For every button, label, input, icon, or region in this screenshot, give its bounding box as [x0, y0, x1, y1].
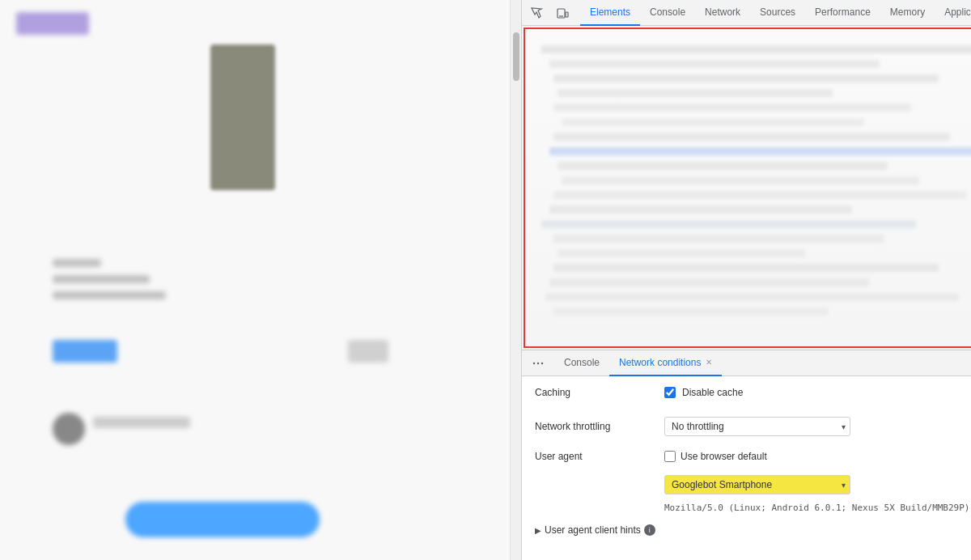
close-network-conditions-tab[interactable]: ✕	[706, 358, 712, 367]
drawer-tab-console[interactable]: Console	[554, 350, 609, 376]
tab-memory[interactable]: Memory	[880, 0, 935, 26]
throttling-row: Network throttling No throttling Fast 3G…	[522, 409, 971, 444]
caching-row: Caching Disable cache	[522, 376, 971, 409]
disable-cache-checkbox[interactable]	[664, 387, 676, 398]
devtools-tab-bar: Elements Console Network Sources Perform…	[580, 0, 971, 26]
disable-cache-label[interactable]: Disable cache	[682, 387, 743, 398]
device-toggle-button[interactable]	[551, 2, 574, 24]
user-agent-select-row: Googlebot Smartphone Googlebot Desktop C…	[522, 469, 971, 501]
devtools-panel: Elements Console Network Sources Perform…	[521, 0, 971, 560]
drawer-tab-bar: Console Network conditions ✕	[522, 350, 971, 376]
user-agent-hints-label: User agent client hints	[545, 524, 641, 536]
caching-control: Disable cache	[664, 387, 971, 398]
svg-point-4	[537, 362, 539, 363]
user-agent-select[interactable]: Googlebot Smartphone Googlebot Desktop C…	[664, 475, 850, 494]
blur-button-1	[53, 340, 117, 363]
blur-avatar	[53, 413, 85, 445]
use-browser-default-checkbox[interactable]	[664, 451, 676, 462]
scrollbar-thumb[interactable]	[513, 32, 519, 81]
inspect-element-button[interactable]	[525, 2, 548, 24]
network-conditions-content: Caching Disable cache Network throttling…	[522, 376, 971, 560]
user-agent-checkbox-control: Use browser default	[664, 451, 971, 462]
user-agent-string-row: Mozilla/5.0 (Linux; Android 6.0.1; Nexus…	[522, 501, 971, 520]
blur-text-3	[53, 291, 166, 299]
bottom-drawer: Console Network conditions ✕ Caching Dis…	[522, 350, 971, 560]
blur-logo	[16, 12, 89, 35]
blur-product-image	[210, 45, 275, 190]
throttling-select[interactable]: No throttling Fast 3G Slow 3G Offline	[664, 417, 850, 436]
hints-expand-arrow[interactable]: ▶	[535, 526, 541, 535]
elements-panel	[524, 28, 971, 348]
devtools-toolbar: Elements Console Network Sources Perform…	[522, 0, 971, 26]
tab-elements[interactable]: Elements	[580, 0, 640, 26]
drawer-tab-network-conditions[interactable]: Network conditions ✕	[609, 350, 722, 376]
tab-network[interactable]: Network	[695, 0, 750, 26]
blur-button-2	[348, 340, 388, 363]
svg-rect-1	[566, 12, 568, 17]
elements-content	[525, 29, 971, 346]
user-agent-row: User agent Use browser default	[522, 444, 971, 469]
svg-point-5	[541, 362, 543, 363]
blurred-website	[0, 0, 510, 560]
throttling-control: No throttling Fast 3G Slow 3G Offline ▾	[664, 417, 971, 436]
blur-name	[93, 417, 190, 428]
user-agent-select-wrapper: Googlebot Smartphone Googlebot Desktop C…	[664, 475, 850, 494]
page-scrollbar[interactable]	[510, 0, 521, 560]
tab-sources[interactable]: Sources	[750, 0, 805, 26]
throttling-label: Network throttling	[535, 421, 664, 432]
hints-info-icon[interactable]: i	[644, 524, 655, 536]
caching-label: Caching	[535, 387, 664, 398]
website-preview	[0, 0, 510, 560]
throttling-select-wrapper: No throttling Fast 3G Slow 3G Offline ▾	[664, 417, 850, 436]
tab-application[interactable]: Application	[935, 0, 971, 26]
blur-text-2	[53, 275, 150, 283]
tab-performance[interactable]: Performance	[805, 0, 880, 26]
user-agent-string: Mozilla/5.0 (Linux; Android 6.0.1; Nexus…	[664, 503, 971, 513]
user-agent-label: User agent	[535, 451, 664, 462]
blur-text-1	[53, 259, 101, 267]
drawer-menu-button[interactable]	[528, 354, 548, 373]
user-agent-select-control: Googlebot Smartphone Googlebot Desktop C…	[664, 475, 971, 494]
user-agent-hints-row: ▶ User agent client hints i	[522, 520, 971, 541]
use-browser-default-label[interactable]: Use browser default	[681, 451, 767, 462]
blur-cta-button	[125, 502, 320, 537]
svg-point-3	[533, 362, 535, 363]
toolbar-icon-group	[525, 2, 574, 24]
tab-console[interactable]: Console	[640, 0, 695, 26]
